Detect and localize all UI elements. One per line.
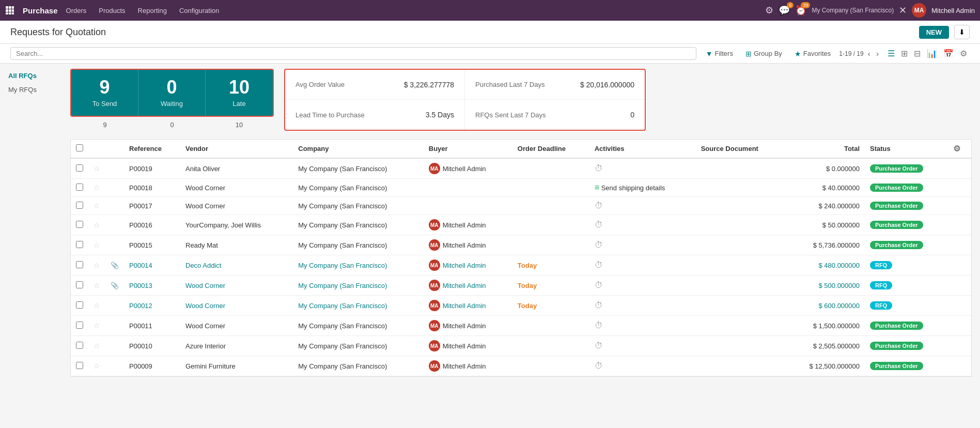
row-checkbox[interactable] bbox=[76, 184, 83, 191]
download-button[interactable]: ⬇ bbox=[954, 25, 970, 39]
column-settings-icon[interactable]: ⚙ bbox=[953, 144, 960, 153]
favorite-star-icon[interactable]: ☆ bbox=[94, 164, 100, 173]
row-checkbox[interactable] bbox=[76, 322, 83, 329]
favorite-star-icon[interactable]: ☆ bbox=[94, 221, 100, 229]
attachment-icon[interactable]: 📎 bbox=[111, 262, 119, 269]
buyer-name: Mitchell Admin bbox=[443, 302, 486, 310]
ref-link[interactable]: P00014 bbox=[129, 262, 152, 269]
clock-icon-wrap[interactable]: ⏰ 39 bbox=[795, 5, 806, 16]
search-input[interactable] bbox=[10, 47, 696, 60]
buyer-link[interactable]: Mitchell Admin bbox=[443, 262, 486, 269]
support-icon-wrap[interactable]: ⚙ bbox=[765, 5, 773, 16]
calendar-view-button[interactable]: 📅 bbox=[941, 48, 956, 59]
buyer-link[interactable]: Mitchell Admin bbox=[443, 282, 486, 289]
activity-clock-icon[interactable]: ⏱ bbox=[595, 261, 603, 269]
status-badge: Purchase Order bbox=[870, 184, 923, 192]
row-checkbox[interactable] bbox=[76, 202, 83, 209]
row-checkbox[interactable] bbox=[76, 342, 83, 349]
favorite-star-icon[interactable]: ☆ bbox=[94, 281, 100, 289]
nav-orders[interactable]: Orders bbox=[61, 5, 92, 17]
kpi-waiting-label: Waiting bbox=[154, 100, 190, 108]
activity-clock-icon[interactable]: ⏱ bbox=[595, 361, 603, 370]
select-all-checkbox[interactable] bbox=[76, 144, 83, 151]
nav-reporting[interactable]: Reporting bbox=[133, 5, 172, 17]
activity-clock-icon[interactable]: ⏱ bbox=[595, 281, 603, 289]
row-total: $ 500.000000 bbox=[785, 276, 865, 296]
ref-link[interactable]: P00013 bbox=[129, 282, 152, 289]
svg-rect-1 bbox=[9, 6, 11, 9]
company-link[interactable]: My Company (San Francisco) bbox=[298, 282, 387, 289]
vendor-link[interactable]: Wood Corner bbox=[185, 282, 225, 289]
app-menu-icon[interactable] bbox=[5, 6, 14, 15]
groupby-button[interactable]: ⊞ Group By bbox=[741, 48, 786, 60]
favorite-star-icon[interactable]: ☆ bbox=[94, 184, 100, 192]
activity-shipping-icon[interactable]: ≡ bbox=[595, 183, 599, 192]
row-checkbox-cell bbox=[71, 316, 88, 336]
kpi-waiting[interactable]: 0 Waiting bbox=[138, 70, 206, 116]
row-company: My Company (San Francisco) bbox=[293, 356, 423, 376]
kpi-late[interactable]: 10 Late bbox=[206, 70, 273, 116]
settings-view-button[interactable]: ⚙ bbox=[957, 48, 970, 59]
ref-link[interactable]: P00012 bbox=[129, 302, 152, 310]
buyer-link[interactable]: Mitchell Admin bbox=[443, 302, 486, 310]
kanban-view-button[interactable]: ⊞ bbox=[898, 48, 910, 59]
company-link[interactable]: My Company (San Francisco) bbox=[298, 262, 387, 269]
row-status: Purchase Order bbox=[865, 197, 948, 215]
favorite-star-icon[interactable]: ☆ bbox=[94, 342, 100, 350]
activity-clock-icon[interactable]: ⏱ bbox=[595, 301, 603, 310]
table-wrap: Reference Vendor Company Buyer Order Dea… bbox=[70, 139, 972, 377]
chart-view-button[interactable]: 📊 bbox=[924, 48, 940, 59]
favorite-star-icon[interactable]: ☆ bbox=[94, 322, 100, 330]
activity-clock-icon[interactable]: ⏱ bbox=[595, 164, 603, 173]
row-attach-cell bbox=[105, 296, 124, 316]
row-extra bbox=[948, 179, 971, 197]
row-checkbox[interactable] bbox=[76, 281, 83, 288]
avatar[interactable]: MA bbox=[912, 3, 926, 18]
row-checkbox[interactable] bbox=[76, 301, 83, 309]
row-checkbox[interactable] bbox=[76, 261, 83, 268]
buyer-avatar: MA bbox=[429, 259, 440, 271]
row-buyer: MAMitchell Admin bbox=[424, 255, 512, 276]
favorite-star-icon[interactable]: ☆ bbox=[94, 261, 100, 269]
activity-clock-icon[interactable]: ⏱ bbox=[595, 220, 603, 229]
row-attach-cell bbox=[105, 197, 124, 215]
activity-clock-icon[interactable]: ⏱ bbox=[595, 240, 603, 249]
kpi-to-send[interactable]: 9 To Send bbox=[71, 70, 138, 116]
favorites-button[interactable]: ★ Favorites bbox=[790, 48, 835, 60]
sidebar-item-all-rfqs[interactable]: All RFQs bbox=[0, 69, 62, 83]
prev-page-button[interactable]: ‹ bbox=[866, 49, 873, 59]
buyer-name: Mitchell Admin bbox=[443, 165, 486, 173]
row-source bbox=[696, 356, 785, 376]
activity-clock-icon[interactable]: ⏱ bbox=[595, 201, 603, 210]
row-checkbox[interactable] bbox=[76, 241, 83, 248]
sidebar-item-my-rfqs[interactable]: My RFQs bbox=[0, 83, 62, 97]
row-status: RFQ bbox=[865, 276, 948, 296]
attachment-icon[interactable]: 📎 bbox=[111, 282, 119, 289]
row-checkbox[interactable] bbox=[76, 362, 83, 369]
favorite-star-icon[interactable]: ☆ bbox=[94, 241, 100, 249]
activity-clock-icon[interactable]: ⏱ bbox=[595, 341, 603, 350]
favorite-star-icon[interactable]: ☆ bbox=[94, 301, 100, 310]
nav-products[interactable]: Products bbox=[94, 5, 130, 17]
favorite-star-icon[interactable]: ☆ bbox=[94, 202, 100, 210]
grid-view-button[interactable]: ⊟ bbox=[911, 48, 923, 59]
close-icon[interactable]: ✕ bbox=[899, 5, 907, 16]
nav-configuration[interactable]: Configuration bbox=[174, 5, 224, 17]
stat-lead-time-label: Lead Time to Purchase bbox=[295, 111, 365, 119]
vendor-link[interactable]: Deco Addict bbox=[185, 262, 221, 269]
row-checkbox[interactable] bbox=[76, 221, 83, 228]
next-page-button[interactable]: › bbox=[874, 49, 881, 59]
row-checkbox[interactable] bbox=[76, 164, 83, 172]
filters-button[interactable]: ▼ Filters bbox=[702, 48, 737, 60]
row-reference: P00014 bbox=[124, 255, 180, 276]
new-button[interactable]: NEW bbox=[919, 26, 949, 39]
list-view-button[interactable]: ☰ bbox=[885, 48, 897, 59]
row-status: Purchase Order bbox=[865, 179, 948, 197]
stat-purchased-label: Purchased Last 7 Days bbox=[475, 81, 545, 88]
activity-clock-icon[interactable]: ⏱ bbox=[595, 321, 603, 330]
favorite-star-icon[interactable]: ☆ bbox=[94, 362, 100, 370]
vendor-link[interactable]: Wood Corner bbox=[185, 302, 225, 310]
pagination: 1-19 / 19 ‹ › bbox=[839, 49, 881, 59]
company-link[interactable]: My Company (San Francisco) bbox=[298, 302, 387, 310]
chat-icon-wrap[interactable]: 💬 6 bbox=[779, 5, 790, 16]
